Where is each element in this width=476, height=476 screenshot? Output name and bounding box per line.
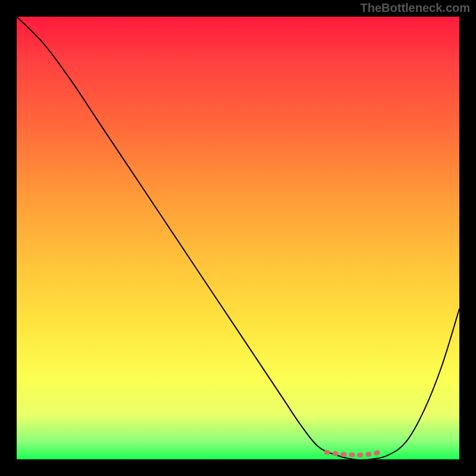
chart-frame: TheBottleneck.com [0,0,476,476]
bottleneck-curve [17,17,459,460]
plot-area [17,17,459,459]
curve-layer [17,17,459,459]
watermark-text: TheBottleneck.com [361,1,470,15]
optimal-flat-segment [327,452,380,455]
